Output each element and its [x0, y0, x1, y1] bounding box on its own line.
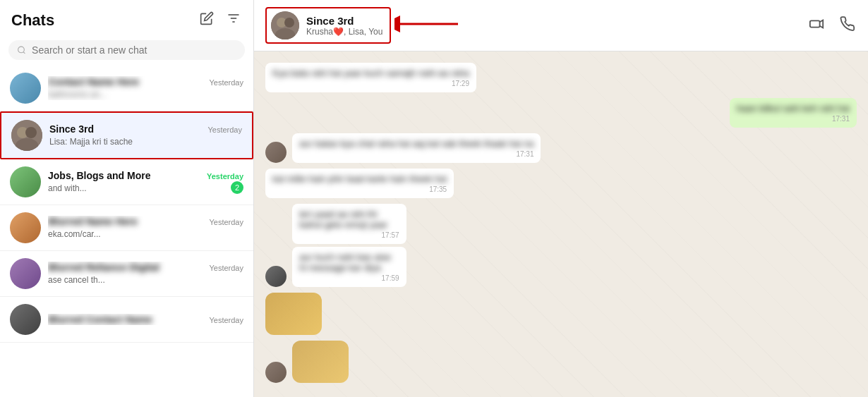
message-bubble: Kya bata rahi hai yaar kuch samajh nahi … — [265, 63, 476, 92]
message-row: aur batao kya chal raha hai aaj kal sab … — [265, 133, 857, 163]
sidebar-header: Chats — [0, 0, 253, 37]
chat-item-jobs[interactable]: Jobs, Blogs and More Yesterday and with.… — [0, 159, 253, 205]
message-text: kal milte hain phir baat karte hain thee… — [272, 173, 447, 184]
avatar-6 — [10, 304, 41, 335]
chat-time: Yesterday — [209, 78, 243, 87]
chat-preview-jobs: and with... — [48, 183, 87, 193]
chat-info-jobs: Jobs, Blogs and More Yesterday and with.… — [48, 170, 243, 194]
message-text: teri yaad aa rahi thi bahut geto emoji y… — [299, 209, 387, 230]
sidebar-header-icons — [198, 10, 242, 30]
chat-header-subtitle: Krusha❤️, Lisa, You — [306, 27, 382, 37]
chat-header-title: Since 3rd — [306, 15, 382, 27]
message-text: Kya bata rahi hai yaar kuch samajh nahi … — [272, 68, 469, 78]
chat-time-since3rd: Yesterday — [207, 126, 242, 134]
message-row: haan bilkul sahi keh rahi hai 17:31 — [265, 98, 857, 128]
chat-list: Contact Name Here Yesterday bathrooms an… — [0, 66, 253, 397]
message-row-sticker-2 — [265, 341, 857, 383]
chat-name-since3rd: Since 3rd — [49, 123, 94, 135]
avatar-jobs — [10, 166, 41, 197]
chat-preview: bathrooms an... — [48, 90, 107, 99]
message-row: teri yaad aa rahi thi bahut geto emoji y… — [265, 204, 857, 287]
avatar — [10, 73, 41, 104]
message-time-sub: 17:59 — [299, 274, 399, 282]
message-time: 17:31 — [737, 115, 850, 123]
sticker-message — [265, 293, 322, 335]
search-icon — [17, 45, 26, 55]
avatar-4 — [10, 212, 41, 243]
voice-call-button[interactable] — [838, 15, 857, 37]
message-time: 17:35 — [272, 185, 447, 193]
message-bubble: haan bilkul sahi keh rahi hai 17:31 — [730, 98, 857, 128]
chat-time-4: Yesterday — [209, 218, 243, 226]
message-bubble: aur batao kya chal raha hai aaj kal sab … — [292, 133, 541, 163]
chat-preview-4: eka.com/car... — [48, 229, 101, 239]
svg-point-7 — [25, 127, 37, 138]
message-avatar-sticker — [265, 362, 287, 383]
unread-badge: 2 — [231, 181, 243, 194]
message-row: Kya bata rahi hai yaar kuch samajh nahi … — [265, 63, 857, 92]
chat-name-4: Blurred Name Here — [48, 216, 138, 227]
sticker-message-2 — [292, 341, 349, 383]
video-call-button[interactable] — [807, 15, 826, 37]
chat-info-6: Blurred Contact Name Yesterday — [48, 314, 243, 325]
chat-header-info: Since 3rd Krusha❤️, Lisa, You — [306, 15, 382, 37]
chat-item-4[interactable]: Blurred Name Here Yesterday eka.com/car.… — [0, 205, 253, 251]
chat-name-6: Blurred Contact Name — [48, 314, 152, 325]
chat-header: Since 3rd Krusha❤️, Lisa, You — [254, 0, 868, 51]
avatar-since3rd — [11, 120, 42, 151]
chat-item-6[interactable]: Blurred Contact Name Yesterday — [0, 297, 253, 343]
chat-item-since3rd[interactable]: Since 3rd Yesterday Lisa: Majja kri ti s… — [0, 111, 253, 159]
svg-line-4 — [23, 52, 25, 54]
message-time: 17:57 — [299, 231, 399, 239]
chat-info-since3rd: Since 3rd Yesterday Lisa: Majja kri ti s… — [49, 123, 242, 147]
svg-point-3 — [18, 47, 25, 53]
message-row: kal milte hain phir baat karte hain thee… — [265, 169, 857, 198]
message-text: aur batao kya chal raha hai aaj kal sab … — [299, 138, 534, 149]
search-input[interactable] — [32, 44, 236, 56]
messages-area: Kya bata rahi hai yaar kuch samajh nahi … — [254, 51, 868, 397]
message-avatar-2 — [265, 266, 287, 287]
message-bubble: teri yaad aa rahi thi bahut geto emoji y… — [292, 204, 406, 244]
svg-rect-17 — [810, 20, 820, 27]
chat-name: Contact Name Here — [48, 76, 139, 87]
chat-time-jobs: Yesterday — [207, 172, 243, 181]
filter-button[interactable] — [225, 10, 242, 30]
chat-main: Since 3rd Krusha❤️, Lisa, You — [254, 0, 868, 397]
chat-item-1[interactable]: Contact Name Here Yesterday bathrooms an… — [0, 66, 253, 111]
chat-name-5: Blurred Reliance Digital — [48, 262, 159, 273]
chat-time-6: Yesterday — [209, 316, 243, 324]
chat-item-5[interactable]: Blurred Reliance Digital Yesterday ase c… — [0, 251, 253, 297]
chat-info: Contact Name Here Yesterday bathrooms an… — [48, 76, 243, 100]
chat-name-jobs: Jobs, Blogs and More — [48, 170, 150, 181]
message-text: haan bilkul sahi keh rahi hai — [737, 103, 850, 114]
message-bubble: kal milte hain phir baat karte hain thee… — [265, 169, 454, 198]
chat-time-5: Yesterday — [209, 264, 243, 272]
message-time: 17:29 — [272, 80, 469, 87]
message-avatar — [265, 142, 287, 163]
chat-preview-5: ase cancel th... — [48, 275, 105, 285]
sidebar-title: Chats — [11, 11, 54, 30]
message-row-sticker — [265, 293, 857, 335]
svg-point-13 — [284, 18, 294, 28]
chat-header-avatar[interactable] — [271, 11, 299, 39]
message-text-sub: aur kuch nahi bas aise hi message kar di… — [299, 252, 391, 273]
chat-info-4: Blurred Name Here Yesterday eka.com/car.… — [48, 216, 243, 240]
search-bar[interactable] — [8, 40, 245, 60]
chat-preview-since3rd: Lisa: Majja kri ti sache — [49, 137, 133, 147]
chat-info-5: Blurred Reliance Digital Yesterday ase c… — [48, 262, 243, 286]
message-bubble-sub: aur kuch nahi bas aise hi message kar di… — [292, 247, 406, 287]
sidebar: Chats Contact — [0, 0, 254, 397]
chat-header-actions — [807, 15, 857, 37]
new-chat-button[interactable] — [198, 10, 215, 30]
avatar-5 — [10, 258, 41, 289]
message-time: 17:31 — [299, 150, 534, 158]
